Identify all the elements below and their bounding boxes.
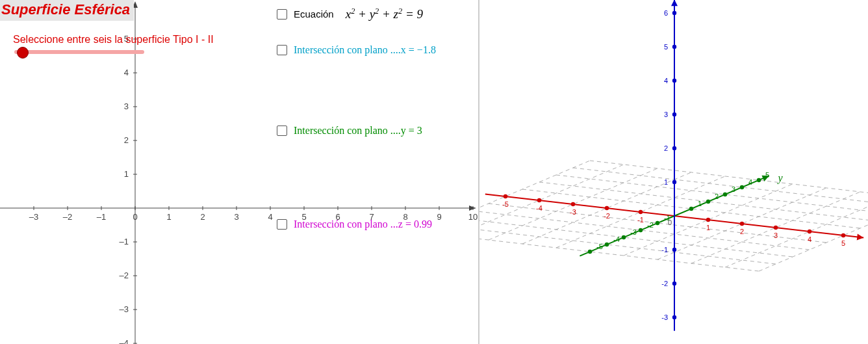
svg-point-99 [605,243,609,246]
svg-point-80 [605,206,609,210]
svg-point-107 [689,207,693,211]
svg-point-122 [672,282,676,285]
svg-point-88 [774,226,778,230]
svg-point-84 [706,218,710,222]
svg-line-70 [573,168,868,207]
svg-text:5: 5 [765,171,769,179]
svg-text:5: 5 [664,43,668,51]
svg-text:–3: –3 [120,304,129,314]
svg-text:0: 0 [133,212,137,222]
svg-point-124 [672,248,676,252]
svg-text:–4: –4 [120,338,129,344]
svg-point-130 [672,112,676,116]
svg-point-86 [740,222,744,226]
svg-line-59 [725,196,868,267]
checkbox-plane-y[interactable] [277,126,287,136]
svg-point-97 [588,250,592,254]
label-plane-y: Intersección con plano ....y = 3 [294,125,422,137]
svg-text:1: 1 [664,178,668,186]
svg-point-101 [622,235,626,239]
svg-marker-1 [469,205,476,211]
formula-equation: x2 + y2 + z2 = 9 [346,7,423,21]
svg-text:-1: -1 [661,246,668,254]
option-plane-y: Intersección con plano ....y = 3 [277,125,422,137]
instruction-text: Seleccione entre seis la superficie Tipo… [13,34,214,46]
svg-text:-2: -2 [604,212,610,220]
svg-text:4: 4 [124,68,129,77]
panel-2d: –3–2–1012345678910–4–3–2–112345 Superfic… [0,0,479,344]
checkbox-equation[interactable] [277,9,287,20]
svg-text:3: 3 [234,212,238,222]
svg-point-90 [808,230,811,233]
svg-point-92 [841,233,845,237]
svg-text:-2: -2 [661,280,668,287]
svg-point-134 [672,45,676,49]
svg-point-113 [740,185,744,189]
svg-line-62 [479,225,776,264]
svg-text:–3: –3 [29,212,38,222]
svg-text:3: 3 [664,111,668,118]
svg-point-103 [639,228,643,232]
svg-point-115 [757,178,761,182]
svg-text:2: 2 [200,212,205,222]
svg-point-78 [571,202,575,206]
svg-text:3: 3 [732,185,735,193]
option-plane-x: Intersección con plano ....x = −1.8 [277,44,436,56]
svg-line-71 [590,161,868,200]
svg-text:3: 3 [774,232,778,239]
svg-text:2: 2 [664,144,668,152]
label-plane-z: Intersección con plano ...z = 0.99 [294,218,432,230]
svg-point-105 [656,221,659,225]
svg-point-126 [672,180,676,184]
svg-text:-5: -5 [596,243,603,250]
svg-text:2: 2 [124,135,129,145]
svg-text:-5: -5 [502,200,509,208]
svg-text:2: 2 [740,228,744,235]
svg-text:-3: -3 [661,313,668,321]
svg-text:-3: -3 [570,208,576,216]
label-plane-x: Intersección con plano ....x = −1.8 [294,44,436,56]
svg-text:4: 4 [664,77,668,85]
svg-text:9: 9 [437,212,441,222]
svg-text:y: y [776,172,783,184]
svg-text:–2: –2 [63,212,72,222]
svg-marker-119 [671,0,678,6]
svg-text:–1: –1 [120,237,129,246]
svg-point-136 [672,11,676,15]
svg-point-76 [537,198,541,202]
svg-line-51 [479,165,624,236]
svg-text:0: 0 [668,218,672,226]
checkbox-plane-x[interactable] [277,45,287,55]
slider-track [14,50,144,54]
option-plane-z: Intersección con plano ...z = 0.99 [277,218,432,230]
panel-3d: -5-4-3-2-112345x-5-4-3-2-112345y-3-2-112… [479,0,868,344]
svg-text:-3: -3 [630,228,637,236]
svg-text:4: 4 [268,212,272,222]
svg-text:10: 10 [468,212,478,222]
svg-text:6: 6 [664,9,668,17]
svg-point-109 [706,200,710,204]
svg-text:1: 1 [706,224,710,232]
checkbox-plane-z[interactable] [277,219,287,230]
svg-text:–2: –2 [120,271,129,280]
svg-point-74 [504,194,507,198]
title-box: Superficie Esférica [0,0,134,21]
svg-text:4: 4 [808,235,811,243]
slider-thumb[interactable] [17,47,29,59]
svg-text:1: 1 [166,212,171,222]
svg-text:3: 3 [124,101,129,111]
svg-point-132 [672,79,676,83]
svg-point-82 [639,210,643,214]
svg-point-111 [723,192,727,196]
svg-text:1: 1 [124,169,129,179]
svg-text:-2: -2 [647,221,654,229]
svg-text:1: 1 [698,200,702,207]
page-title: Superficie Esférica [1,1,130,18]
svg-text:-1: -1 [637,216,644,224]
svg-line-50 [479,161,590,232]
svg-point-128 [672,146,676,150]
svg-text:2: 2 [715,192,719,200]
svg-text:-4: -4 [536,204,542,212]
option-equation: Ecuación x2 + y2 + z2 = 9 [277,7,423,21]
surface-type-slider[interactable] [14,47,146,57]
